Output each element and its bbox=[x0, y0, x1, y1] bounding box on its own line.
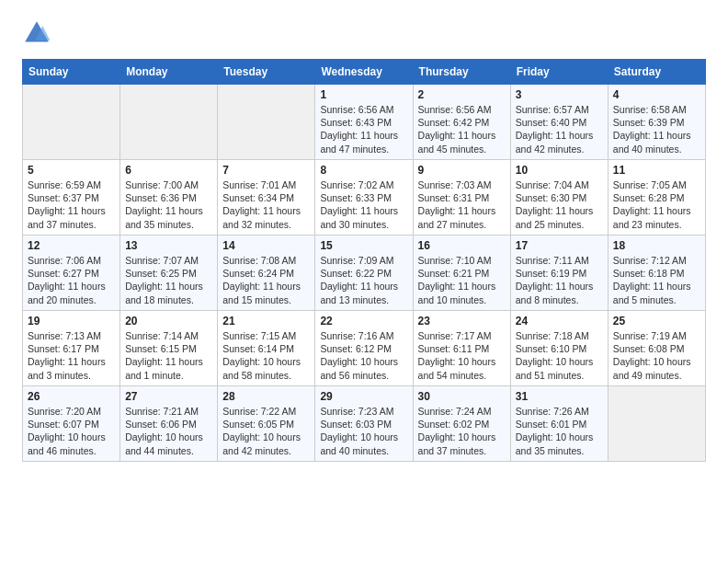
day-number: 31 bbox=[516, 390, 603, 403]
day-number: 10 bbox=[516, 164, 603, 177]
header-wednesday: Wednesday bbox=[315, 60, 413, 85]
day-number: 25 bbox=[613, 315, 700, 327]
calendar-cell: 15Sunrise: 7:09 AM Sunset: 6:22 PM Dayli… bbox=[315, 236, 413, 311]
day-info: Sunrise: 7:09 AM Sunset: 6:22 PM Dayligh… bbox=[320, 254, 407, 306]
day-info: Sunrise: 7:15 AM Sunset: 6:14 PM Dayligh… bbox=[222, 329, 310, 382]
calendar-cell: 29Sunrise: 7:23 AM Sunset: 6:03 PM Dayli… bbox=[315, 386, 413, 462]
day-number: 26 bbox=[28, 390, 115, 403]
day-number: 9 bbox=[418, 164, 506, 177]
day-number: 28 bbox=[222, 390, 310, 403]
day-info: Sunrise: 7:01 AM Sunset: 6:34 PM Dayligh… bbox=[222, 178, 310, 231]
calendar-cell: 28Sunrise: 7:22 AM Sunset: 6:05 PM Dayli… bbox=[218, 386, 315, 462]
day-info: Sunrise: 7:08 AM Sunset: 6:24 PM Dayligh… bbox=[222, 254, 310, 306]
calendar-cell bbox=[23, 85, 120, 160]
day-number: 7 bbox=[222, 164, 310, 177]
day-info: Sunrise: 7:10 AM Sunset: 6:21 PM Dayligh… bbox=[418, 254, 506, 306]
day-number: 22 bbox=[320, 315, 407, 327]
calendar-cell: 30Sunrise: 7:24 AM Sunset: 6:02 PM Dayli… bbox=[413, 386, 510, 462]
day-info: Sunrise: 7:22 AM Sunset: 6:05 PM Dayligh… bbox=[222, 405, 310, 457]
header-row: SundayMondayTuesdayWednesdayThursdayFrid… bbox=[23, 60, 706, 85]
header-thursday: Thursday bbox=[413, 60, 510, 85]
header-saturday: Saturday bbox=[608, 60, 705, 85]
day-number: 8 bbox=[320, 164, 407, 177]
day-info: Sunrise: 7:23 AM Sunset: 6:03 PM Dayligh… bbox=[320, 405, 407, 457]
calendar-cell: 27Sunrise: 7:21 AM Sunset: 6:06 PM Dayli… bbox=[120, 386, 218, 462]
header-tuesday: Tuesday bbox=[218, 60, 315, 85]
day-info: Sunrise: 6:57 AM Sunset: 6:40 PM Dayligh… bbox=[516, 103, 603, 155]
calendar-cell: 3Sunrise: 6:57 AM Sunset: 6:40 PM Daylig… bbox=[510, 85, 608, 160]
day-info: Sunrise: 7:18 AM Sunset: 6:10 PM Dayligh… bbox=[516, 329, 603, 382]
calendar-cell bbox=[218, 85, 315, 160]
calendar-table: SundayMondayTuesdayWednesdayThursdayFrid… bbox=[22, 59, 706, 462]
day-info: Sunrise: 7:19 AM Sunset: 6:08 PM Dayligh… bbox=[613, 329, 700, 382]
calendar-cell: 7Sunrise: 7:01 AM Sunset: 6:34 PM Daylig… bbox=[218, 160, 315, 236]
day-info: Sunrise: 7:05 AM Sunset: 6:28 PM Dayligh… bbox=[613, 178, 700, 231]
calendar-cell: 4Sunrise: 6:58 AM Sunset: 6:39 PM Daylig… bbox=[608, 85, 705, 160]
day-info: Sunrise: 7:13 AM Sunset: 6:17 PM Dayligh… bbox=[28, 329, 115, 382]
calendar-cell: 5Sunrise: 6:59 AM Sunset: 6:37 PM Daylig… bbox=[23, 160, 120, 236]
week-row-3: 19Sunrise: 7:13 AM Sunset: 6:17 PM Dayli… bbox=[23, 311, 706, 386]
day-number: 30 bbox=[418, 390, 506, 403]
calendar-cell: 14Sunrise: 7:08 AM Sunset: 6:24 PM Dayli… bbox=[218, 236, 315, 311]
header-sunday: Sunday bbox=[23, 60, 120, 85]
day-info: Sunrise: 7:20 AM Sunset: 6:07 PM Dayligh… bbox=[28, 405, 115, 457]
calendar-cell: 23Sunrise: 7:17 AM Sunset: 6:11 PM Dayli… bbox=[413, 311, 510, 386]
calendar-cell: 13Sunrise: 7:07 AM Sunset: 6:25 PM Dayli… bbox=[120, 236, 218, 311]
day-number: 16 bbox=[418, 239, 506, 252]
day-info: Sunrise: 7:14 AM Sunset: 6:15 PM Dayligh… bbox=[125, 329, 212, 382]
day-number: 2 bbox=[418, 88, 506, 101]
day-number: 24 bbox=[516, 315, 603, 327]
day-number: 23 bbox=[418, 315, 506, 327]
calendar-cell: 11Sunrise: 7:05 AM Sunset: 6:28 PM Dayli… bbox=[608, 160, 705, 236]
header-monday: Monday bbox=[120, 60, 218, 85]
day-number: 12 bbox=[28, 239, 115, 252]
calendar-cell: 18Sunrise: 7:12 AM Sunset: 6:18 PM Dayli… bbox=[608, 236, 705, 311]
day-number: 15 bbox=[320, 239, 407, 252]
calendar-cell: 21Sunrise: 7:15 AM Sunset: 6:14 PM Dayli… bbox=[218, 311, 315, 386]
day-info: Sunrise: 7:24 AM Sunset: 6:02 PM Dayligh… bbox=[418, 405, 506, 457]
day-info: Sunrise: 7:21 AM Sunset: 6:06 PM Dayligh… bbox=[125, 405, 212, 457]
calendar-body: 1Sunrise: 6:56 AM Sunset: 6:43 PM Daylig… bbox=[23, 85, 706, 462]
day-info: Sunrise: 6:59 AM Sunset: 6:37 PM Dayligh… bbox=[28, 178, 115, 231]
day-number: 6 bbox=[125, 164, 212, 177]
day-number: 1 bbox=[320, 88, 407, 101]
calendar-cell: 16Sunrise: 7:10 AM Sunset: 6:21 PM Dayli… bbox=[413, 236, 510, 311]
day-number: 20 bbox=[125, 315, 212, 327]
day-info: Sunrise: 7:02 AM Sunset: 6:33 PM Dayligh… bbox=[320, 178, 407, 231]
day-number: 29 bbox=[320, 390, 407, 403]
calendar-cell: 22Sunrise: 7:16 AM Sunset: 6:12 PM Dayli… bbox=[315, 311, 413, 386]
calendar-cell: 12Sunrise: 7:06 AM Sunset: 6:27 PM Dayli… bbox=[23, 236, 120, 311]
calendar-cell: 6Sunrise: 7:00 AM Sunset: 6:36 PM Daylig… bbox=[120, 160, 218, 236]
calendar-cell: 20Sunrise: 7:14 AM Sunset: 6:15 PM Dayli… bbox=[120, 311, 218, 386]
day-number: 27 bbox=[125, 390, 212, 403]
calendar-cell: 9Sunrise: 7:03 AM Sunset: 6:31 PM Daylig… bbox=[413, 160, 510, 236]
day-info: Sunrise: 6:56 AM Sunset: 6:42 PM Dayligh… bbox=[418, 103, 506, 155]
day-info: Sunrise: 7:11 AM Sunset: 6:19 PM Dayligh… bbox=[516, 254, 603, 306]
day-info: Sunrise: 6:58 AM Sunset: 6:39 PM Dayligh… bbox=[613, 103, 700, 155]
day-number: 13 bbox=[125, 239, 212, 252]
day-info: Sunrise: 7:17 AM Sunset: 6:11 PM Dayligh… bbox=[418, 329, 506, 382]
day-info: Sunrise: 7:16 AM Sunset: 6:12 PM Dayligh… bbox=[320, 329, 407, 382]
week-row-2: 12Sunrise: 7:06 AM Sunset: 6:27 PM Dayli… bbox=[23, 236, 706, 311]
day-number: 18 bbox=[613, 239, 700, 252]
calendar-cell: 2Sunrise: 6:56 AM Sunset: 6:42 PM Daylig… bbox=[413, 85, 510, 160]
calendar-cell: 19Sunrise: 7:13 AM Sunset: 6:17 PM Dayli… bbox=[23, 311, 120, 386]
day-number: 21 bbox=[222, 315, 310, 327]
day-number: 19 bbox=[28, 315, 115, 327]
day-info: Sunrise: 7:12 AM Sunset: 6:18 PM Dayligh… bbox=[613, 254, 700, 306]
calendar-cell: 25Sunrise: 7:19 AM Sunset: 6:08 PM Dayli… bbox=[608, 311, 705, 386]
day-number: 5 bbox=[28, 164, 115, 177]
day-info: Sunrise: 7:00 AM Sunset: 6:36 PM Dayligh… bbox=[125, 178, 212, 231]
day-number: 3 bbox=[516, 88, 603, 101]
calendar-cell: 1Sunrise: 6:56 AM Sunset: 6:43 PM Daylig… bbox=[315, 85, 413, 160]
calendar-cell bbox=[120, 85, 218, 160]
day-info: Sunrise: 7:03 AM Sunset: 6:31 PM Dayligh… bbox=[418, 178, 506, 231]
day-info: Sunrise: 7:04 AM Sunset: 6:30 PM Dayligh… bbox=[516, 178, 603, 231]
day-info: Sunrise: 6:56 AM Sunset: 6:43 PM Dayligh… bbox=[320, 103, 407, 155]
day-info: Sunrise: 7:26 AM Sunset: 6:01 PM Dayligh… bbox=[516, 405, 603, 457]
day-number: 17 bbox=[516, 239, 603, 252]
week-row-0: 1Sunrise: 6:56 AM Sunset: 6:43 PM Daylig… bbox=[23, 85, 706, 160]
calendar-cell: 10Sunrise: 7:04 AM Sunset: 6:30 PM Dayli… bbox=[510, 160, 608, 236]
header-friday: Friday bbox=[510, 60, 608, 85]
calendar-cell: 24Sunrise: 7:18 AM Sunset: 6:10 PM Dayli… bbox=[510, 311, 608, 386]
